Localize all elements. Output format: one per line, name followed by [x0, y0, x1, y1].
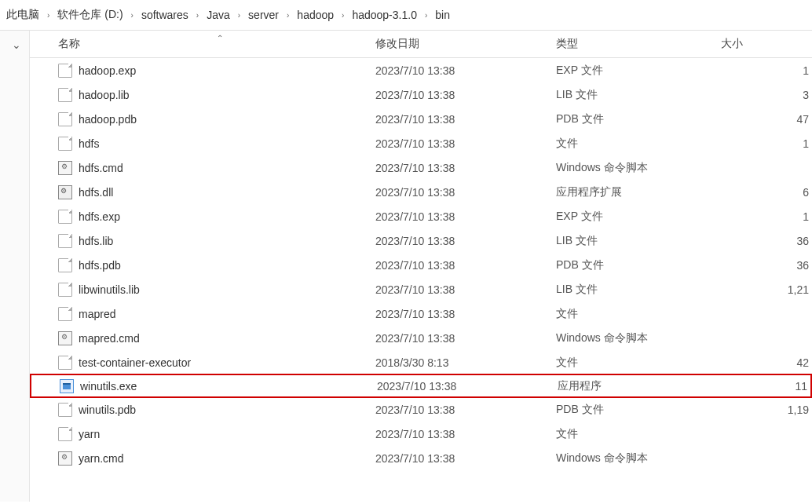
file-type-cell: LIB 文件 [556, 88, 713, 102]
file-name-label: mapred [79, 308, 115, 320]
header-size[interactable]: 大小 [713, 37, 812, 51]
file-name-label: hdfs.pdb [79, 259, 121, 272]
file-type-cell: 文件 [556, 356, 713, 370]
file-row[interactable]: hdfs2023/7/10 13:38文件1 [30, 131, 812, 155]
file-name-cell: libwinutils.lib [30, 283, 375, 297]
breadcrumb-item[interactable]: 此电脑 [3, 6, 42, 24]
file-date-cell: 2023/7/10 13:38 [375, 259, 556, 272]
blank-file-icon [58, 403, 72, 417]
file-date-cell: 2018/3/30 8:13 [375, 356, 556, 369]
file-name-cell: mapred [30, 307, 375, 321]
file-date-cell: 2023/7/10 13:38 [375, 89, 556, 101]
file-name-label: hadoop.pdb [79, 113, 137, 126]
cmd-file-icon [58, 451, 72, 466]
file-type-cell: PDB 文件 [556, 112, 713, 126]
file-size-cell: 1,21 [713, 283, 812, 296]
file-row[interactable]: hadoop.exp2023/7/10 13:38EXP 文件1 [30, 58, 812, 82]
file-size-cell: 1 [713, 137, 812, 150]
file-row[interactable]: hadoop.lib2023/7/10 13:38LIB 文件3 [30, 82, 812, 107]
breadcrumb-item[interactable]: hadoop-3.1.0 [349, 7, 420, 23]
blank-file-icon [58, 234, 72, 248]
dll-file-icon [58, 185, 72, 199]
file-name-cell: hdfs.lib [30, 234, 375, 248]
chevron-down-icon[interactable]: ⌄ [12, 38, 21, 51]
file-type-cell: 文件 [556, 427, 713, 441]
file-name-cell: winutils.pdb [30, 403, 375, 417]
file-name-label: libwinutils.lib [79, 283, 140, 296]
file-type-cell: LIB 文件 [556, 234, 713, 248]
file-name-label: test-container-executor [79, 356, 191, 369]
blank-file-icon [58, 210, 72, 224]
breadcrumb-item[interactable]: Java [203, 7, 233, 23]
sort-indicator-icon: ⌃ [217, 34, 223, 42]
file-size-cell: 42 [713, 356, 812, 369]
file-name-cell: hadoop.exp [30, 64, 375, 78]
file-name-label: winutils.pdb [79, 404, 136, 416]
file-name-cell: yarn.cmd [30, 451, 375, 466]
file-row[interactable]: winutils.exe2023/7/10 13:38应用程序11 [30, 374, 812, 398]
file-name-cell: hdfs [30, 137, 375, 151]
file-row[interactable]: test-container-executor2018/3/30 8:13文件4… [30, 350, 812, 374]
chevron-right-icon[interactable]: › [342, 11, 344, 20]
chevron-right-icon[interactable]: › [425, 11, 427, 20]
file-size-cell: 1,19 [713, 404, 812, 416]
chevron-right-icon[interactable]: › [196, 11, 199, 20]
file-list-pane: 名称 ⌃ 修改日期 类型 大小 hadoop.exp2023/7/10 13:3… [30, 31, 812, 502]
main-area: ⌄ 名称 ⌃ 修改日期 类型 大小 hadoop.exp2023/7/10 13… [0, 31, 812, 502]
file-name-cell: test-container-executor [30, 356, 375, 370]
exe-file-icon [60, 379, 74, 393]
file-name-label: hadoop.exp [79, 64, 136, 77]
file-name-label: winutils.exe [80, 380, 137, 393]
file-row[interactable]: mapred.cmd2023/7/10 13:38Windows 命令脚本 [30, 326, 812, 350]
file-type-cell: EXP 文件 [556, 210, 713, 224]
file-type-cell: 文件 [556, 137, 713, 151]
file-row[interactable]: winutils.pdb2023/7/10 13:38PDB 文件1,19 [30, 397, 812, 422]
file-date-cell: 2023/7/10 13:38 [375, 64, 556, 77]
file-date-cell: 2023/7/10 13:38 [375, 113, 556, 126]
file-name-cell: winutils.exe [31, 379, 377, 393]
file-name-label: mapred.cmd [79, 332, 140, 345]
file-row[interactable]: mapred2023/7/10 13:38文件 [30, 301, 812, 326]
file-row[interactable]: hdfs.dll2023/7/10 13:38应用程序扩展6 [30, 180, 812, 204]
chevron-right-icon[interactable]: › [287, 11, 289, 20]
header-date[interactable]: 修改日期 [375, 37, 556, 51]
file-row[interactable]: hdfs.cmd2023/7/10 13:38Windows 命令脚本 [30, 155, 812, 180]
file-name-cell: hadoop.pdb [30, 112, 375, 126]
file-size-cell: 3 [713, 89, 812, 101]
chevron-right-icon[interactable]: › [131, 11, 134, 20]
chevron-right-icon[interactable]: › [47, 11, 49, 20]
blank-file-icon [58, 258, 72, 272]
blank-file-icon [58, 112, 72, 126]
file-row[interactable]: hdfs.pdb2023/7/10 13:38PDB 文件36 [30, 253, 812, 277]
file-size-cell: 47 [713, 113, 812, 126]
blank-file-icon [58, 427, 72, 441]
header-type[interactable]: 类型 [556, 37, 713, 51]
breadcrumb-item[interactable]: bin [432, 7, 453, 23]
file-row[interactable]: libwinutils.lib2023/7/10 13:38LIB 文件1,21 [30, 277, 812, 301]
file-type-cell: PDB 文件 [556, 258, 713, 272]
breadcrumb-item[interactable]: server [245, 7, 282, 23]
quick-access-sidebar[interactable]: ⌄ [0, 31, 30, 502]
file-rows: hadoop.exp2023/7/10 13:38EXP 文件1hadoop.l… [30, 58, 812, 470]
breadcrumb-item[interactable]: hadoop [294, 7, 337, 23]
breadcrumb-item[interactable]: softwares [138, 7, 192, 23]
file-type-cell: 应用程序扩展 [556, 185, 713, 199]
header-name[interactable]: 名称 ⌃ [30, 37, 375, 51]
file-date-cell: 2023/7/10 13:38 [375, 332, 556, 345]
file-row[interactable]: hdfs.lib2023/7/10 13:38LIB 文件36 [30, 228, 812, 253]
file-date-cell: 2023/7/10 13:38 [375, 308, 556, 320]
blank-file-icon [58, 88, 72, 102]
file-date-cell: 2023/7/10 13:38 [375, 428, 556, 440]
chevron-right-icon[interactable]: › [238, 11, 240, 20]
file-row[interactable]: yarn.cmd2023/7/10 13:38Windows 命令脚本 [30, 446, 812, 470]
file-type-cell: LIB 文件 [556, 283, 713, 297]
header-name-label: 名称 [58, 37, 80, 49]
file-name-label: hadoop.lib [79, 89, 130, 101]
file-type-cell: EXP 文件 [556, 64, 713, 78]
file-row[interactable]: yarn2023/7/10 13:38文件 [30, 422, 812, 446]
file-row[interactable]: hdfs.exp2023/7/10 13:38EXP 文件1 [30, 204, 812, 228]
cmd-file-icon [58, 161, 72, 175]
file-date-cell: 2023/7/10 13:38 [377, 380, 558, 393]
file-row[interactable]: hadoop.pdb2023/7/10 13:38PDB 文件47 [30, 107, 812, 131]
breadcrumb-item[interactable]: 软件仓库 (D:) [54, 6, 126, 24]
